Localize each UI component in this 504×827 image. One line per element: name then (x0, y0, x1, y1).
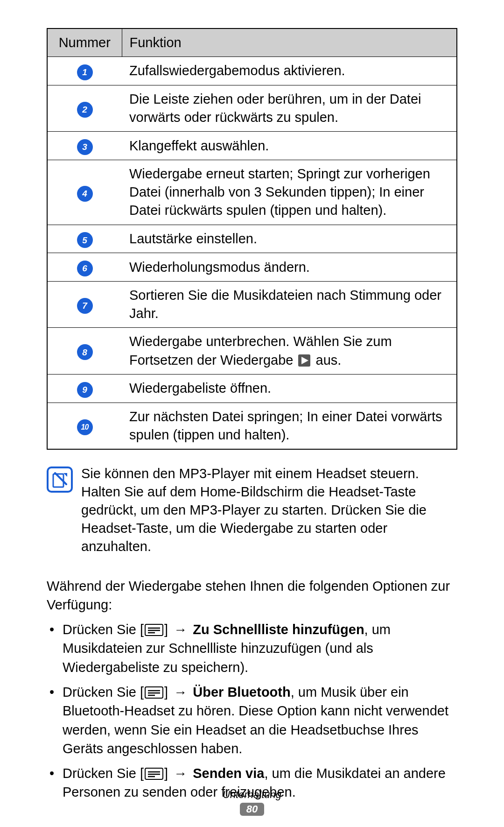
table-row: 9 Wiedergabeliste öffnen. (47, 374, 457, 403)
bullet-pre: Drücken Sie [ (63, 622, 144, 637)
number-badge: 5 (77, 232, 93, 248)
function-text: Lautstärke einstellen. (122, 225, 457, 253)
arrow: → (170, 766, 191, 781)
note-text: Sie können den MP3-Player mit einem Head… (81, 465, 457, 556)
number-badge: 8 (77, 344, 93, 360)
function-table: Nummer Funktion 1 Zufallswiedergabemodus… (47, 28, 457, 450)
number-badge: 1 (77, 64, 93, 80)
bullet-bold: Über Bluetooth (193, 685, 290, 700)
list-item: Drücken Sie [] → Über Bluetooth, um Musi… (47, 683, 457, 758)
table-row: 10 Zur nächsten Datei springen; In einer… (47, 403, 457, 449)
arrow: → (170, 685, 191, 700)
arrow: → (170, 622, 191, 637)
number-badge: 2 (77, 102, 93, 118)
table-row: 6 Wiederholungsmodus ändern. (47, 253, 457, 282)
svg-line-3 (55, 473, 66, 484)
bullet-pre: Drücken Sie [ (63, 685, 144, 700)
page-footer: Unterhaltung 80 (0, 789, 504, 816)
header-function: Funktion (122, 28, 457, 57)
function-text: Wiedergabe erneut starten; Springt zur v… (122, 160, 457, 225)
table-header-row: Nummer Funktion (47, 28, 457, 57)
number-badge: 9 (77, 382, 93, 398)
function-text: Zur nächsten Datei springen; In einer Da… (122, 403, 457, 449)
number-badge: 10 (77, 419, 93, 435)
page-number: 80 (240, 803, 264, 816)
function-text: Wiedergabe unterbrechen. Wählen Sie zum … (122, 328, 457, 374)
number-badge: 7 (77, 298, 93, 314)
options-list: Drücken Sie [] → Zu Schnellliste hinzufü… (47, 620, 457, 802)
menu-icon (145, 768, 163, 780)
bullet-bold: Zu Schnellliste hinzufügen (193, 622, 364, 637)
options-intro: Während der Wiedergabe stehen Ihnen die … (47, 577, 457, 615)
page: Nummer Funktion 1 Zufallswiedergabemodus… (0, 0, 504, 827)
bracket-close: ] (164, 685, 168, 700)
menu-icon (145, 624, 163, 636)
number-badge: 6 (77, 261, 93, 276)
number-badge: 3 (77, 139, 93, 155)
bracket-close: ] (164, 622, 168, 637)
function-text: Wiedergabeliste öffnen. (122, 374, 457, 403)
note-block: Sie können den MP3-Player mit einem Head… (47, 465, 457, 556)
table-row: 7 Sortieren Sie die Musikdateien nach St… (47, 282, 457, 328)
footer-section: Unterhaltung (0, 789, 504, 801)
function-text-pre: Wiedergabe unterbrechen. Wählen Sie zum … (129, 334, 392, 367)
number-badge: 4 (77, 186, 93, 202)
note-icon (47, 467, 73, 493)
menu-icon (145, 686, 163, 699)
function-text: Sortieren Sie die Musikdateien nach Stim… (122, 282, 457, 328)
table-row: 1 Zufallswiedergabemodus aktivieren. (47, 57, 457, 85)
function-text: Die Leiste ziehen oder berühren, um in d… (122, 85, 457, 131)
function-text: Klangeffekt auswählen. (122, 132, 457, 160)
table-row: 3 Klangeffekt auswählen. (47, 132, 457, 160)
bullet-bold: Senden via (193, 766, 264, 781)
play-icon (298, 354, 311, 367)
table-row: 8 Wiedergabe unterbrechen. Wählen Sie zu… (47, 328, 457, 374)
function-text-post: aus. (312, 353, 341, 368)
header-number: Nummer (47, 28, 122, 57)
function-text: Wiederholungsmodus ändern. (122, 253, 457, 282)
table-row: 2 Die Leiste ziehen oder berühren, um in… (47, 85, 457, 131)
bullet-pre: Drücken Sie [ (63, 766, 144, 781)
list-item: Drücken Sie [] → Zu Schnellliste hinzufü… (47, 620, 457, 677)
table-row: 4 Wiedergabe erneut starten; Springt zur… (47, 160, 457, 225)
bracket-close: ] (164, 766, 168, 781)
function-text: Zufallswiedergabemodus aktivieren. (122, 57, 457, 85)
table-row: 5 Lautstärke einstellen. (47, 225, 457, 253)
